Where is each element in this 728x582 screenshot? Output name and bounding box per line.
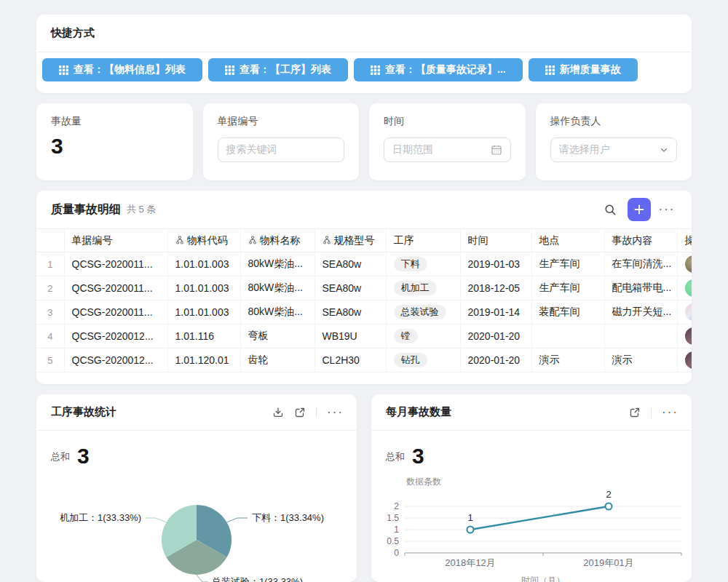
table-count: 共 5 条 xyxy=(127,203,156,216)
chart-more-button[interactable]: ··· xyxy=(662,405,678,420)
pie-leader-bottom xyxy=(197,575,208,582)
cell-time: 2020-01-20 xyxy=(460,348,531,372)
doc-no-label: 单据编号 xyxy=(218,115,345,128)
col-operator[interactable]: 操作负责人 xyxy=(677,229,692,252)
pie-label-xialiao: 下料：1(33.34%) xyxy=(252,512,324,523)
col-material-code[interactable]: 物料代码 xyxy=(167,229,240,252)
line-chart-title: 每月事故数量 xyxy=(386,405,629,419)
row-number: 2 xyxy=(36,276,64,300)
add-incident-button[interactable]: 新增质量事故 xyxy=(529,58,638,81)
grid-icon xyxy=(545,65,555,75)
more-menu-button[interactable]: ··· xyxy=(655,198,678,221)
col-material-name[interactable]: 物料名称 xyxy=(240,229,314,252)
col-place[interactable]: 地点 xyxy=(531,229,604,252)
avatar xyxy=(685,255,692,273)
process-tag: 钻孔 xyxy=(394,353,427,367)
pie-chart-title: 工序事故统计 xyxy=(51,405,272,419)
cell-material-name: 80kW柴油... xyxy=(240,300,314,324)
sum-label: 总和 xyxy=(51,450,70,467)
cell-time: 2019-01-03 xyxy=(460,252,531,276)
process-tag: 下料 xyxy=(394,257,427,271)
cell-material-code: 1.01.01.003 xyxy=(167,276,240,300)
relation-icon xyxy=(248,236,257,244)
sum-value: 3 xyxy=(77,445,90,467)
shortcuts-button-row: 查看：【物料信息】列表 查看：【工序】列表 查看：【质量事故记录】... 新增质… xyxy=(36,52,692,87)
cell-time: 2020-01-20 xyxy=(460,324,531,348)
pie-leader-right xyxy=(227,518,248,522)
pie-label-jijiagong: 机加工：1(33.33%) xyxy=(60,512,141,523)
expand-icon[interactable] xyxy=(294,407,306,418)
row-number: 4 xyxy=(36,324,64,348)
cell-material-name: 弯板 xyxy=(240,324,314,348)
view-process-list-button[interactable]: 查看：【工序】列表 xyxy=(208,58,348,81)
row-number: 1 xyxy=(36,252,64,276)
x-axis-title: 时间（月） xyxy=(521,575,565,582)
download-icon[interactable] xyxy=(272,407,284,418)
table-row[interactable]: 3 QCSG-2020011... 1.01.01.003 80kW柴油... … xyxy=(36,300,692,324)
table-row[interactable]: 1 QCSG-2020011... 1.01.01.003 80kW柴油... … xyxy=(36,252,692,276)
data-point-1[interactable] xyxy=(467,527,474,533)
button-label: 查看：【工序】列表 xyxy=(240,63,331,76)
table-row[interactable]: 2 QCSG-2020011... 1.01.01.003 80kW柴油... … xyxy=(36,276,692,300)
svg-text:1: 1 xyxy=(394,525,399,535)
x-label-jan: 2019年01月 xyxy=(583,557,633,568)
operator-label: 操作负责人 xyxy=(550,115,678,128)
time-filter-card: 时间 日期范围 xyxy=(369,103,526,180)
button-label: 查看：【质量事故记录】... xyxy=(385,63,506,76)
x-axis xyxy=(405,553,681,556)
cell-spec: CL2H30 xyxy=(314,348,386,372)
x-label-dec: 2018年12月 xyxy=(445,557,495,568)
cell-doc-no: QCSG-2020012... xyxy=(64,348,167,372)
cell-material-code: 1.01.120.01 xyxy=(167,348,240,372)
cell-material-code: 1.01.01.003 xyxy=(167,300,240,324)
pie-label-zongzhuang: 总装试验：1(33.33%) xyxy=(211,576,303,582)
view-incident-records-button[interactable]: 查看：【质量事故记录】... xyxy=(354,58,523,81)
doc-no-filter-card: 单据编号 搜索关键词 xyxy=(203,103,360,180)
avatar xyxy=(685,351,692,369)
col-time[interactable]: 时间 xyxy=(460,229,531,252)
incident-table: 单据编号 物料代码 物料名称 规格型号 工序 时间 地点 事故内容 操作负责人 … xyxy=(36,228,692,372)
divider xyxy=(651,407,652,418)
col-spec-model[interactable]: 规格型号 xyxy=(314,229,386,252)
col-process[interactable]: 工序 xyxy=(386,229,460,252)
avatar xyxy=(685,279,692,297)
cell-content: 配电箱带电... xyxy=(604,276,677,300)
cell-doc-no: QCSG-2020011... xyxy=(64,300,167,324)
grid-icon xyxy=(59,65,68,75)
grid-icon xyxy=(225,65,234,75)
table-row[interactable]: 5 QCSG-2020012... 1.01.120.01 齿轮 CL2H30 … xyxy=(36,348,692,372)
cell-place: 生产车间 xyxy=(531,252,604,276)
col-incident-content[interactable]: 事故内容 xyxy=(604,229,677,252)
process-tag: 镗 xyxy=(394,329,418,343)
col-doc-no[interactable]: 单据编号 xyxy=(64,229,167,252)
search-icon xyxy=(604,204,617,216)
button-label: 查看：【物料信息】列表 xyxy=(74,63,186,76)
plus-icon xyxy=(634,204,644,215)
svg-text:1.5: 1.5 xyxy=(387,513,399,523)
cell-spec: SEA80w xyxy=(314,300,386,324)
svg-text:2: 2 xyxy=(394,501,399,511)
cell-operator xyxy=(677,300,692,324)
add-record-button[interactable] xyxy=(628,198,651,221)
view-material-list-button[interactable]: 查看：【物料信息】列表 xyxy=(42,58,202,81)
search-button[interactable] xyxy=(598,198,622,221)
chart-more-button[interactable]: ··· xyxy=(327,405,344,420)
cell-material-name: 80kW柴油... xyxy=(240,252,314,276)
data-point-2[interactable] xyxy=(606,503,612,510)
expand-icon[interactable] xyxy=(629,407,641,418)
grid-icon xyxy=(371,65,380,75)
cell-operator xyxy=(677,252,692,276)
date-range-input[interactable]: 日期范围 xyxy=(384,137,511,162)
cell-content: 在车间清洗... xyxy=(604,252,677,276)
operator-select[interactable]: 请选择用户 xyxy=(550,137,678,162)
cell-place xyxy=(531,324,604,348)
doc-no-search-input[interactable]: 搜索关键词 xyxy=(218,137,345,162)
cell-operator xyxy=(677,276,692,300)
stat-value: 3 xyxy=(51,134,178,159)
avatar xyxy=(685,327,692,345)
cell-process: 机加工 xyxy=(386,276,460,300)
cell-spec: SEA80w xyxy=(314,276,386,300)
incident-detail-card: 质量事故明细 共 5 条 ··· 单据编号 物料代码 物料名称 规格型号 工序 xyxy=(36,191,692,384)
pie-leader-left xyxy=(146,518,166,522)
table-row[interactable]: 4 QCSG-2020012... 1.01.116 弯板 WB19U 镗 20… xyxy=(36,324,692,348)
